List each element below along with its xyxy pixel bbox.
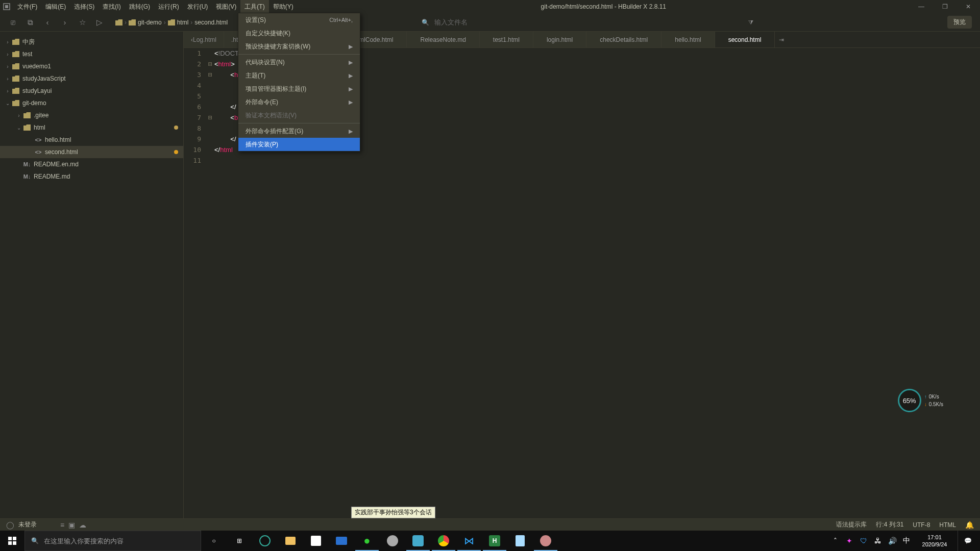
chevron-icon[interactable]: › (4, 52, 11, 57)
menu-item[interactable]: 主题(T)▶ (238, 69, 360, 82)
app-blue-icon[interactable] (405, 531, 431, 551)
list-icon[interactable]: ≡ (60, 521, 64, 529)
nav-back-icon[interactable]: ‹ (39, 14, 56, 31)
menu-item[interactable]: 代码块设置(N)▶ (238, 56, 360, 69)
new-window-icon[interactable]: ⧉ (21, 14, 39, 31)
close-button[interactable]: ✕ (957, 0, 980, 13)
maximize-button[interactable]: ❐ (933, 0, 957, 13)
menu-item[interactable]: 项目管理器图标主题(I)▶ (238, 82, 360, 95)
breadcrumb-root[interactable] (115, 19, 122, 26)
menu-item[interactable]: 预设快捷键方案切换(W)▶ (238, 40, 360, 53)
app-round-icon[interactable] (380, 531, 405, 551)
tree-item[interactable]: ›中房 (0, 36, 183, 48)
tray-security-icon[interactable]: 🛡 (859, 531, 869, 551)
search-file-icon[interactable]: 🔍 (422, 19, 429, 26)
tray-volume-icon[interactable]: 🔊 (887, 531, 897, 551)
tab-overflow-icon[interactable]: ⇥ (775, 32, 788, 47)
chrome-icon[interactable] (431, 531, 456, 551)
nav-forward-icon[interactable]: › (56, 14, 74, 31)
tree-item[interactable]: <>second.html (0, 146, 183, 158)
tree-item[interactable]: ›test (0, 48, 183, 60)
cortana-icon[interactable]: ○ (201, 531, 227, 551)
fold-toggle[interactable]: ⊟ (206, 112, 214, 123)
editor-tab[interactable]: test1.html (480, 32, 533, 47)
filter-icon[interactable]: ⧩ (743, 19, 758, 26)
collapse-sidebar-icon[interactable]: ⎚ (4, 14, 21, 31)
chevron-icon[interactable]: ⌄ (4, 101, 11, 106)
menu-9[interactable]: 帮助(Y) (269, 0, 298, 13)
menu-item[interactable]: 插件安装(P) (238, 138, 360, 151)
store-icon[interactable] (303, 531, 329, 551)
edge-icon[interactable] (252, 531, 278, 551)
editor-tab[interactable]: second.html (715, 32, 775, 47)
tree-item[interactable]: ›studyLayui (0, 85, 183, 97)
notification-bell-icon[interactable]: 🔔 (965, 521, 974, 529)
menu-5[interactable]: 运行(R) (154, 0, 183, 13)
login-status[interactable]: 未登录 (18, 520, 37, 529)
menu-1[interactable]: 编辑(E) (41, 0, 70, 13)
minimize-button[interactable]: — (910, 0, 933, 13)
language-mode[interactable]: HTML (939, 521, 956, 529)
mail-icon[interactable] (329, 531, 354, 551)
vscode-icon[interactable]: ⋈ (456, 531, 482, 551)
explorer-icon[interactable] (278, 531, 303, 551)
taskview-icon[interactable]: ⊞ (227, 531, 252, 551)
fold-toggle[interactable]: ⊟ (206, 59, 214, 69)
favorite-icon[interactable]: ☆ (74, 14, 91, 31)
tree-item[interactable]: ⌄html (0, 121, 183, 134)
taskbar-search[interactable]: 🔍 (24, 531, 201, 551)
tray-expand-icon[interactable]: ˄ (830, 531, 840, 551)
encoding[interactable]: UTF-8 (913, 521, 930, 529)
menu-3[interactable]: 查找(I) (99, 0, 125, 13)
preview-button[interactable]: 预览 (947, 16, 972, 29)
tree-item[interactable]: ›studyJavaScript (0, 72, 183, 85)
menu-0[interactable]: 文件(F) (13, 0, 41, 13)
tree-item[interactable]: M↓README.md (0, 170, 183, 183)
menu-2[interactable]: 选择(S) (70, 0, 99, 13)
terminal-icon[interactable]: ▣ (68, 521, 75, 529)
menu-8[interactable]: 工具(T) (240, 0, 268, 13)
menu-7[interactable]: 视图(V) (212, 0, 240, 13)
chevron-icon[interactable]: › (4, 88, 11, 94)
chevron-icon[interactable]: › (4, 39, 11, 45)
start-button[interactable] (0, 531, 24, 551)
tree-item[interactable]: ›.gitee (0, 109, 183, 121)
run-icon[interactable]: ▷ (91, 14, 108, 31)
breadcrumb-seg[interactable]: second.html (194, 19, 228, 26)
tray-notifications-icon[interactable]: 💬 (958, 531, 978, 551)
code-line[interactable] (214, 155, 980, 166)
taskbar-search-input[interactable] (44, 537, 194, 545)
syntax-hint-button[interactable]: 语法提示库 (836, 520, 867, 529)
fold-toggle[interactable]: ⊟ (206, 69, 214, 80)
menu-item[interactable]: 外部命令插件配置(G)▶ (238, 124, 360, 138)
tree-item[interactable]: ›vuedemo1 (0, 60, 183, 72)
performance-widget[interactable]: 65% ↑0K/s ↓0.5K/s (898, 389, 943, 412)
editor-tab[interactable]: ‹Log.html (184, 32, 224, 47)
tray-ime-icon[interactable]: 中 (901, 531, 912, 551)
chevron-icon[interactable]: › (15, 113, 22, 118)
menu-4[interactable]: 跳转(G) (125, 0, 154, 13)
user-icon[interactable]: ◯ (6, 521, 14, 529)
app-pink-icon[interactable] (533, 531, 558, 551)
file-search-input[interactable] (434, 18, 738, 26)
editor-tab[interactable]: login.html (533, 32, 586, 47)
editor-tab[interactable]: hello.html (662, 32, 715, 47)
menu-item[interactable]: 设置(S)Ctrl+Alt+, (238, 13, 360, 27)
tray-clock[interactable]: 17:01 2020/9/24 (916, 534, 953, 548)
notepad-icon[interactable] (507, 531, 533, 551)
breadcrumb-seg[interactable]: git-demo (129, 19, 162, 26)
tray-app1-icon[interactable]: ✦ (844, 531, 854, 551)
tray-network-icon[interactable]: 🖧 (873, 531, 883, 551)
cloud-icon[interactable]: ☁ (79, 521, 86, 529)
wechat-icon[interactable]: ● (354, 531, 380, 551)
tree-item[interactable]: ⌄git-demo (0, 97, 183, 109)
menu-6[interactable]: 发行(U) (183, 0, 212, 13)
editor-tab[interactable]: checkDetails.html (586, 32, 662, 47)
chevron-icon[interactable]: › (4, 76, 11, 82)
hbuilder-icon[interactable]: H (482, 531, 507, 551)
tree-item[interactable]: <>hello.html (0, 134, 183, 146)
chevron-icon[interactable]: ⌄ (15, 125, 22, 131)
chevron-icon[interactable]: › (4, 64, 11, 69)
menu-item[interactable]: 外部命令(E)▶ (238, 95, 360, 109)
menu-item[interactable]: 自定义快捷键(K) (238, 27, 360, 40)
